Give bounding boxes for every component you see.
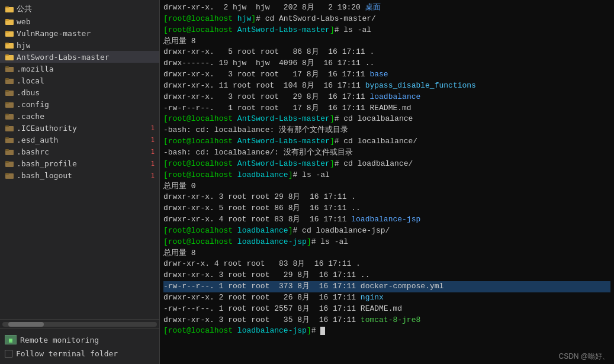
folder-label: VulnRange-master [17,29,91,38]
sidebar-tree-item[interactable]: web [0,15,159,27]
svg-rect-19 [5,114,9,115]
terminal-line: drwxr-xr-x. 5 root root 86 8月 16 17:11 .… [163,203,610,214]
follow-folder-checkbox[interactable] [5,350,12,357]
terminal-line: drwx------. 19 hjw hjw 4096 8月 16 17:11 … [163,58,610,69]
folder-icon [5,147,14,156]
file-link: base [369,70,388,79]
folder-icon [5,4,14,14]
terminal-line: [root@localhost loadbalance-jsp]# ls -al [163,237,610,248]
terminal-line: [root@localhost AntSword-Labs-master]# c… [163,136,610,147]
svg-rect-7 [5,43,9,44]
sidebar-tree-item[interactable]: .cache [0,110,159,122]
horizontal-scrollbar[interactable] [0,319,159,328]
folder-icon [5,170,14,180]
terminal-line: [root@localhost AntSword-Labs-master]# c… [163,114,610,125]
terminal-line: -bash: cd: localbalance: 没有那个文件或目录 [163,125,610,136]
folder-icon [5,28,14,38]
sidebar-tree-item[interactable]: AntSword-Labs-master [0,51,159,63]
file-tree[interactable]: 公共webVulnRange-masterhjwAntSword-Labs-ma… [0,0,159,319]
folder-label: hjw [17,41,30,50]
terminal-line: drwxr-xr-x. 5 root root 86 8月 16 17:11 . [163,47,610,58]
cursor [320,327,325,335]
folder-icon [5,17,14,26]
terminal-line: -rw-r--r--. 1 root root 373 8月 16 17:11 … [163,281,610,292]
terminal-line: -bash: cd: localbalance/: 没有那个文件或目录 [163,147,610,159]
folder-icon [5,40,14,50]
sidebar-tree-item[interactable]: .bash_logout1 [0,169,159,181]
folder-icon [5,52,14,62]
terminal-line: drwxr-xr-x. 3 root root 29 8月 16 17:11 . [163,192,610,203]
file-link: 桌面 [365,3,381,12]
terminal-line: drwxr-xr-x. 3 root root 29 8月 16 17:11 l… [163,92,610,103]
folder-icon [5,135,14,144]
scrollbar-thumb [8,322,44,327]
remote-monitoring-label: Remote monitoring [20,336,99,344]
follow-terminal-folder-item[interactable]: Follow terminal folder [5,347,155,360]
terminal-line: drwxr-xr-x. 11 root root 104 8月 16 17:11… [163,80,610,92]
sidebar-tree-item[interactable]: 公共 [0,2,159,15]
terminal-line: [root@localhost AntSword-Labs-master]# c… [163,159,610,170]
file-link: bypass_disable_functions [365,81,476,90]
folder-icon [5,159,14,168]
terminal-line: [root@localhost loadbalance]# cd loadbal… [163,226,610,237]
sidebar-tree-item[interactable]: .dbus [0,86,159,98]
terminal-line: [root@localhost loadbalance-jsp]# [163,326,610,337]
folder-label: .bash_logout [17,171,72,180]
terminal-line: -rw-r--r--. 1 root root 2557 8月 16 17:11… [163,304,610,315]
svg-rect-17 [5,102,9,104]
svg-rect-23 [5,137,9,139]
folder-icon [5,99,14,109]
remote-monitoring-item[interactable]: ▦ Remote monitoring [5,333,155,347]
terminal-line: drwxr-xr-x. 2 hjw hjw 202 8月 2 19:20 桌面 [163,2,610,14]
folder-label: .config [17,100,49,109]
svg-rect-13 [5,78,9,80]
svg-rect-3 [5,19,9,21]
folder-icon [5,88,14,97]
sidebar-tree-item[interactable]: .bashrc1 [0,146,159,157]
terminal-line: drwxr-xr-x. 2 root root 26 8月 16 17:11 n… [163,292,610,304]
sidebar-tree-item[interactable]: .local [0,75,159,86]
terminal-line: drwr-xr-x. 4 root root 83 8月 16 17:11 . [163,259,610,270]
svg-rect-21 [5,125,9,127]
item-badge: 1 [150,160,157,167]
follow-terminal-folder-label: Follow terminal folder [16,349,118,358]
svg-rect-15 [5,90,9,92]
item-badge: 1 [150,148,157,156]
sidebar-tree-item[interactable]: .esd_auth1 [0,134,159,146]
folder-icon [5,64,14,73]
sidebar-tree-item[interactable]: .bash_profile1 [0,157,159,169]
sidebar-tree-item[interactable]: .mozilla [0,63,159,75]
terminal-panel[interactable]: drwxr-xr-x. 2 hjw hjw 202 8月 2 19:20 桌面[… [160,0,614,364]
svg-rect-5 [5,31,9,33]
monitor-icon: ▦ [5,335,17,344]
csdn-watermark: CSDN @嗡好、 [558,352,609,362]
folder-label: .bash_profile [17,159,77,168]
folder-label: .dbus [17,88,40,97]
file-tree-sidebar: 公共webVulnRange-masterhjwAntSword-Labs-ma… [0,0,160,364]
terminal-line: 总用量 8 [163,36,610,47]
sidebar-tree-item[interactable]: .config [0,98,159,110]
svg-rect-25 [5,149,9,151]
sidebar-bottom-panel: ▦ Remote monitoring Follow terminal fold… [0,328,159,364]
terminal-line: drwxr-xr-x. 3 root root 29 8月 16 17:11 .… [163,270,610,281]
terminal-line: drwxr-xr-x. 4 root root 83 8月 16 17:11 l… [163,214,610,226]
sidebar-tree-item[interactable]: hjw [0,39,159,51]
folder-icon [5,76,14,85]
file-link: loadbalance [369,92,420,101]
sidebar-tree-item[interactable]: VulnRange-master [0,27,159,39]
item-badge: 1 [150,172,157,179]
svg-rect-11 [5,66,9,68]
folder-icon [5,111,14,121]
folder-label: .bashrc [17,147,49,156]
folder-label: .local [17,76,44,85]
terminal-line: [root@localhost loadbalance]# ls -al [163,170,610,181]
svg-rect-29 [5,173,9,175]
folder-label: 公共 [17,4,32,14]
sidebar-tree-item[interactable]: .ICEauthority1 [0,122,159,134]
terminal-line: 总用量 0 [163,181,610,192]
terminal-line: [root@localhost hjw]# cd AntSword-Labs-m… [163,14,610,25]
folder-label: web [17,17,30,26]
terminal-line: drwxr-xr-x. 3 root root 17 8月 16 17:11 b… [163,69,610,80]
item-badge: 1 [150,124,157,132]
folder-label: .cache [17,112,44,121]
